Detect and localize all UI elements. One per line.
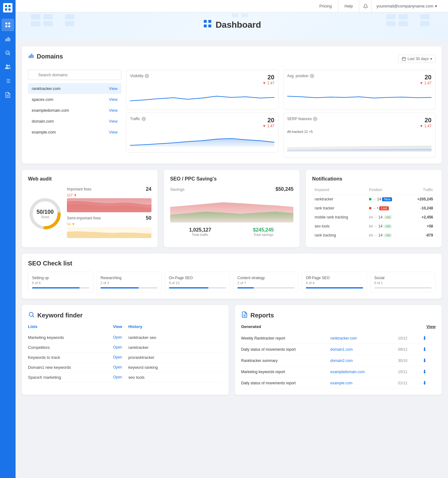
notif-traffic: +2,456: [406, 213, 436, 222]
domains-header: Domains Last 30 days ▾: [28, 53, 436, 65]
notif-traffic: +205,245: [406, 195, 436, 204]
notif-position: 64 → 14 +50: [366, 231, 406, 240]
domain-view-link-3[interactable]: View: [109, 119, 118, 124]
svg-rect-38: [241, 13, 248, 17]
kf-list-name: Domain1 new keywords: [28, 365, 71, 370]
domain-item-2[interactable]: exampledomain.com View: [28, 105, 121, 116]
domain-item-0[interactable]: ranktracker.com View: [28, 83, 121, 94]
report-domain-link[interactable]: exampledomain.com: [330, 370, 395, 374]
visibility-info[interactable]: i: [145, 74, 149, 78]
checklist-item-4[interactable]: Off-Page SEO 4 of 4: [302, 272, 367, 293]
pos-to: •: [377, 206, 378, 210]
report-item-1: Daily status of movements report domain1…: [241, 344, 436, 355]
checklist-item-1[interactable]: Researching 2 of 3: [96, 272, 162, 293]
kf-list-open-link[interactable]: Open: [113, 335, 122, 340]
score-section: 50/100 Score Important fixes 24 127 ▼: [28, 186, 152, 241]
report-name: Daily status of movements report: [241, 347, 327, 352]
serp-info[interactable]: i: [313, 117, 317, 121]
check-bar-fill: [237, 287, 254, 288]
download-icon[interactable]: ⬇: [422, 358, 436, 363]
domain-item-3[interactable]: domain.com View: [28, 116, 121, 127]
kf-list-open-link[interactable]: Open: [113, 345, 122, 350]
sidebar-item-tasks[interactable]: [2, 75, 14, 87]
report-domain-link[interactable]: domain2.com: [330, 358, 395, 363]
keyword-finder-title: Keyword finder: [28, 311, 222, 320]
domains-section: Domains Last 30 days ▾ 🔍 ranktracker.com…: [22, 46, 442, 164]
check-bar-fill: [100, 287, 139, 288]
checklist-item-3[interactable]: Content strategy 2 of 7: [233, 272, 299, 293]
serp-value: 20: [419, 117, 432, 124]
reports-view-link[interactable]: View: [427, 324, 436, 329]
domain-view-link-0[interactable]: View: [109, 86, 118, 91]
svg-point-58: [29, 312, 33, 316]
download-icon[interactable]: ⬇: [422, 380, 436, 386]
kf-history-item-2[interactable]: proranktracker: [128, 353, 223, 363]
report-name: Weekly Ranktracker report: [241, 336, 327, 340]
report-date: 10/12: [398, 336, 419, 340]
sidebar-item-analytics[interactable]: [2, 33, 14, 45]
avg-position-info[interactable]: i: [310, 74, 314, 78]
main-content: Dashboard Domains Last 30 days ▾ 🔍: [16, 12, 448, 401]
arrow-icon: →: [372, 206, 376, 210]
kf-list-item-1: Competitors Open: [28, 343, 122, 353]
kf-list-open-link[interactable]: Open: [113, 355, 122, 360]
checklist-item-0[interactable]: Setting up 5 of 6: [28, 272, 93, 293]
traffic-info[interactable]: i: [142, 117, 146, 121]
checklist-item-5[interactable]: Social 0 of 1: [370, 272, 436, 293]
notif-keyword: mobile rank tracking: [312, 213, 366, 222]
report-name: Marketing keywords report: [241, 370, 327, 374]
svg-rect-2: [5, 8, 7, 11]
sidebar-item-competitors[interactable]: [2, 61, 14, 73]
domain-item-4[interactable]: example.com View: [28, 127, 121, 138]
checklist-item-2[interactable]: On-Page SEO 9 of 13: [165, 272, 230, 293]
help-link[interactable]: Help: [338, 0, 359, 12]
badge-pos: +50: [384, 215, 392, 219]
domain-item-1[interactable]: spacex.com View: [28, 94, 121, 105]
date-filter[interactable]: Last 30 days ▾: [398, 55, 436, 63]
notif-keyword: seo tools: [312, 222, 366, 231]
svg-rect-37: [232, 13, 239, 17]
domain-search-input[interactable]: [28, 70, 121, 80]
visibility-label: Visibility i: [130, 74, 149, 78]
kf-history-item-4[interactable]: seo tools: [128, 373, 223, 382]
notifications-title: Notifications: [312, 176, 436, 182]
sidebar-item-reports[interactable]: [2, 89, 14, 101]
download-icon[interactable]: ⬇: [422, 335, 436, 341]
notif-row-1: rank tracker → • Lost -10,248: [312, 204, 436, 213]
svg-point-15: [6, 65, 8, 67]
sidebar-item-dashboard[interactable]: [2, 19, 14, 31]
pricing-link[interactable]: Pricing: [313, 0, 338, 12]
sidebar-item-keywords[interactable]: W: [2, 47, 14, 59]
svg-rect-42: [208, 25, 211, 27]
checklist-section: SEO Check list Setting up 5 of 6 Researc…: [22, 254, 442, 299]
domain-view-link-4[interactable]: View: [109, 130, 118, 134]
report-date: 09/12: [398, 347, 419, 352]
pos-from: 64: [369, 215, 373, 219]
kf-history-text: proranktracker: [128, 355, 155, 360]
generated-label: Generated: [241, 324, 261, 329]
notif-position: 64 → 14 +50: [366, 213, 406, 222]
domain-view-link-2[interactable]: View: [109, 108, 118, 113]
arrow-icon: →: [374, 233, 377, 237]
dot-green: [369, 198, 371, 200]
domain-view-link-1[interactable]: View: [109, 97, 118, 102]
kf-lists-view-link[interactable]: View: [113, 324, 122, 329]
report-domain-link[interactable]: ranktracker.com: [330, 336, 395, 340]
sidebar-logo[interactable]: [3, 3, 12, 12]
kf-list-open-link[interactable]: Open: [113, 365, 122, 370]
svg-marker-57: [170, 212, 294, 223]
report-domain-link[interactable]: domain1.com: [330, 347, 395, 352]
user-menu[interactable]: youremail@companyname.com ▾: [372, 4, 442, 8]
download-icon[interactable]: ⬇: [422, 346, 436, 352]
dashboard-title: Dashboard: [16, 19, 448, 31]
notif-traffic: -10,248: [406, 204, 436, 213]
kf-history-item-3[interactable]: keyword ranking: [128, 363, 223, 373]
svg-rect-41: [204, 25, 207, 27]
kf-history-item-0[interactable]: ranktracker seo: [128, 333, 223, 343]
kf-history-item-1[interactable]: ranktracker: [128, 343, 223, 353]
kf-list-name: Competitors: [28, 345, 50, 350]
notification-bell[interactable]: [359, 0, 372, 12]
report-domain-link[interactable]: example.com: [330, 381, 395, 385]
download-icon[interactable]: ⬇: [422, 369, 436, 375]
kf-list-open-link[interactable]: Open: [113, 375, 122, 380]
